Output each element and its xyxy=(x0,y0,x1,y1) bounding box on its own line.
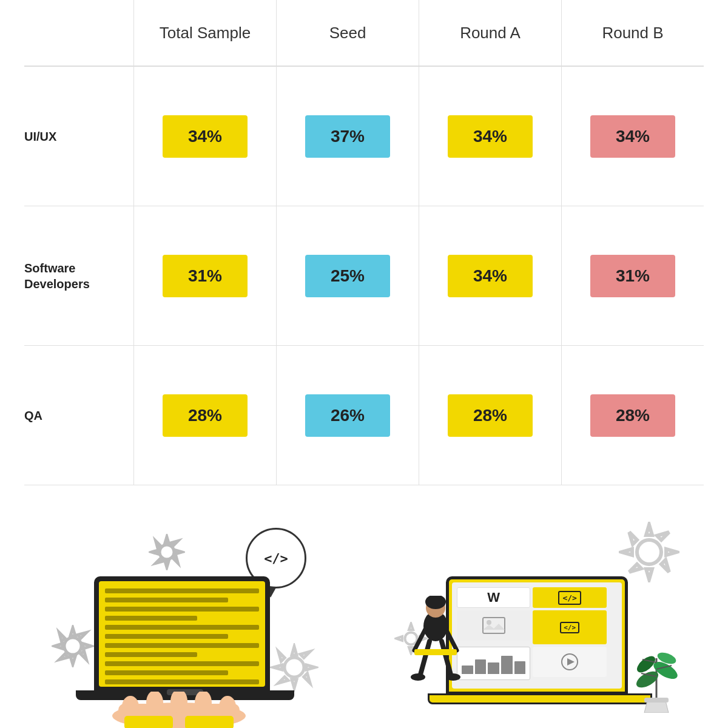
cell-uiux-total: 34% xyxy=(133,67,276,206)
svg-rect-11 xyxy=(185,716,234,728)
code-tag-1: </> xyxy=(558,591,581,605)
image-icon xyxy=(482,616,506,635)
screen-play-block xyxy=(533,647,606,677)
laptop-screen-right: W </> xyxy=(452,582,622,689)
table-row-uiux: UI/UX 34% 37% 34% 34% xyxy=(24,67,704,206)
person-figure xyxy=(408,596,463,705)
badge-qa-seed: 26% xyxy=(305,394,390,437)
svg-point-9 xyxy=(219,696,236,718)
svg-rect-10 xyxy=(124,716,173,728)
screen-code-lines xyxy=(99,581,265,687)
badge-qa-total: 28% xyxy=(163,394,248,437)
plant-decoration xyxy=(635,634,678,713)
chart-bar-4 xyxy=(501,656,513,674)
col-header-total-sample: Total Sample xyxy=(133,0,276,66)
illustration-left: </> xyxy=(46,516,325,728)
cell-uiux-roundb: 34% xyxy=(561,67,704,206)
col-header-round-a: Round A xyxy=(419,0,561,66)
cell-qa-rounda: 28% xyxy=(419,346,561,485)
mini-chart xyxy=(459,650,528,676)
table-section: Total Sample Seed Round A Round B UI/UX … xyxy=(0,0,728,497)
hands-left xyxy=(94,692,264,728)
svg-point-12 xyxy=(637,540,661,564)
svg-point-2 xyxy=(285,658,304,677)
svg-point-0 xyxy=(160,545,174,559)
chart-bar-1 xyxy=(462,666,473,674)
illustration-right: W </> xyxy=(391,516,682,728)
svg-line-26 xyxy=(446,629,457,650)
row-label-software-dev: SoftwareDevelopers xyxy=(24,260,133,292)
badge-softdev-roundb: 31% xyxy=(590,255,675,297)
table-header-row: Total Sample Seed Round A Round B xyxy=(24,0,704,67)
screen-code-block-2: </> xyxy=(533,610,606,644)
cell-softdev-roundb: 31% xyxy=(561,206,704,345)
cell-uiux-seed: 37% xyxy=(276,67,419,206)
screen-code-block-1: </> xyxy=(533,587,606,608)
cell-qa-seed: 26% xyxy=(276,346,419,485)
chart-bar-2 xyxy=(475,659,487,675)
cell-softdev-seed: 25% xyxy=(276,206,419,345)
svg-line-22 xyxy=(442,641,451,675)
screen-chart-block xyxy=(457,647,530,680)
svg-rect-27 xyxy=(414,649,457,655)
laptop-body-right: W </> xyxy=(446,576,628,695)
svg-line-21 xyxy=(420,641,430,675)
cell-uiux-rounda: 34% xyxy=(419,67,561,206)
chart-bar-3 xyxy=(488,662,499,674)
col-header-round-b: Round B xyxy=(561,0,704,66)
gear-left-right xyxy=(270,643,318,692)
page-container: Total Sample Seed Round A Round B UI/UX … xyxy=(0,0,728,728)
cell-softdev-rounda: 34% xyxy=(419,206,561,345)
badge-uiux-seed: 37% xyxy=(305,115,390,158)
svg-marker-17 xyxy=(567,658,575,666)
laptop-screen-left xyxy=(99,581,265,687)
chart-bar-5 xyxy=(514,661,526,674)
cell-softdev-total: 31% xyxy=(133,206,276,345)
badge-uiux-total: 34% xyxy=(163,115,248,158)
svg-rect-28 xyxy=(644,698,669,703)
screen-image-block xyxy=(457,610,530,641)
play-icon xyxy=(561,653,579,671)
svg-point-24 xyxy=(446,673,460,681)
svg-point-5 xyxy=(122,696,139,718)
table-row-qa: QA 28% 26% 28% 28% xyxy=(24,346,704,485)
svg-line-25 xyxy=(414,629,425,650)
svg-rect-14 xyxy=(483,618,505,633)
gear-left-bottom-left xyxy=(52,625,94,667)
svg-point-23 xyxy=(411,673,425,681)
screen-w-block: W xyxy=(457,587,530,608)
table-row-software-dev: SoftwareDevelopers 31% 25% 34% 31% xyxy=(24,206,704,346)
row-label-uiux: UI/UX xyxy=(24,129,133,144)
svg-point-1 xyxy=(64,638,81,655)
badge-softdev-rounda: 34% xyxy=(448,255,533,297)
badge-qa-roundb: 28% xyxy=(590,394,675,437)
row-label-qa: QA xyxy=(24,408,133,423)
code-tag-2: </> xyxy=(560,622,579,633)
cell-qa-roundb: 28% xyxy=(561,346,704,485)
badge-uiux-roundb: 34% xyxy=(590,115,675,158)
col-header-seed: Seed xyxy=(276,0,419,66)
gear-left-top xyxy=(149,534,185,570)
cell-qa-total: 28% xyxy=(133,346,276,485)
gear-right-large xyxy=(619,522,679,582)
badge-qa-rounda: 28% xyxy=(448,394,533,437)
laptop-body-left xyxy=(94,576,270,692)
badge-uiux-rounda: 34% xyxy=(448,115,533,158)
svg-point-15 xyxy=(487,620,491,625)
code-icon-left: </> xyxy=(264,551,288,566)
illustration-section: </> xyxy=(0,497,728,728)
badge-softdev-seed: 25% xyxy=(305,255,390,297)
badge-softdev-total: 31% xyxy=(163,255,248,297)
